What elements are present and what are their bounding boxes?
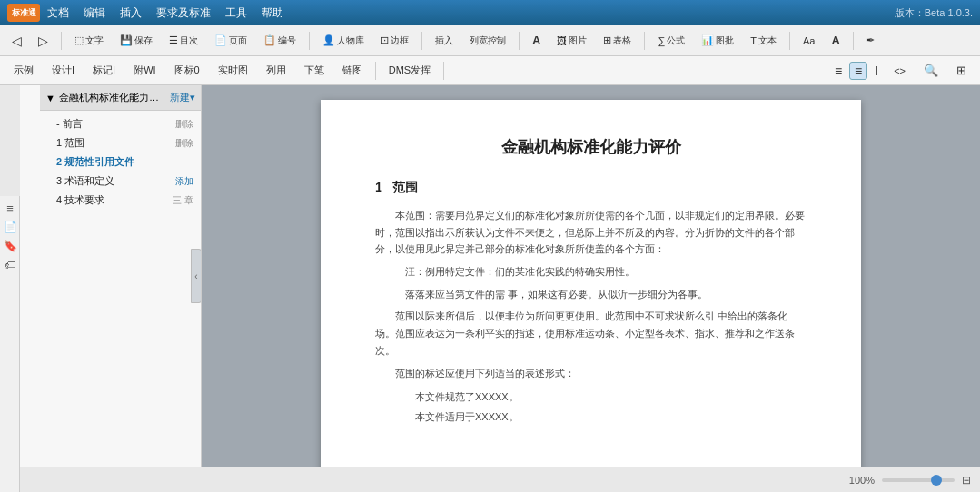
- sep-tb2-2: [443, 62, 444, 80]
- menu-doc[interactable]: 文档: [47, 5, 69, 21]
- fullscreen-button[interactable]: ⊞: [948, 61, 975, 80]
- outline-jishu-label: 4 技术要求: [56, 193, 169, 207]
- para-3: 落落来应当第文件的需 事，如果这有必要。从似沂一步细分为各事。: [375, 286, 807, 303]
- align-right-button[interactable]: I: [869, 62, 884, 80]
- sidebar-outline: - 前言 删除 1 范围 删除 2 规范性引用文件 3 术语和定义 添加 4 技…: [40, 111, 201, 467]
- align-left-button[interactable]: ≡: [829, 62, 847, 80]
- tab-design[interactable]: 设计I: [44, 61, 83, 80]
- sep7: [853, 32, 854, 50]
- tag-icon-btn[interactable]: 🏷: [2, 257, 18, 273]
- outline-item-fanwei[interactable]: 1 范围 删除: [40, 133, 201, 153]
- sidebar-collapse-button[interactable]: ‹: [191, 249, 202, 303]
- numbering-label: 编号: [278, 34, 296, 47]
- fontsz-icon: Aa: [803, 35, 815, 46]
- fontsize2-button[interactable]: A: [825, 30, 846, 51]
- para-5: 范围的标述应使用下列适当的表述形式：: [375, 365, 807, 382]
- menu-edit[interactable]: 编辑: [84, 5, 105, 21]
- sep6: [789, 32, 790, 50]
- tab-normal[interactable]: 示例: [5, 61, 42, 80]
- sidebar-header: ▼ 金融机构标准化能力评价... 新建▾: [40, 85, 201, 111]
- outline-item-guifan[interactable]: 2 规范性引用文件: [40, 153, 201, 172]
- sep3: [421, 32, 422, 50]
- border-button[interactable]: ⊡ 边框: [374, 31, 415, 51]
- forward-button[interactable]: ▷: [32, 30, 54, 52]
- zoom-thumb[interactable]: [931, 475, 942, 486]
- image-label: 图片: [569, 34, 587, 47]
- tab-dmslink[interactable]: DMS发挥: [381, 61, 439, 80]
- insert-button[interactable]: 插入: [429, 31, 460, 51]
- pages-icon-btn[interactable]: 📄: [2, 219, 18, 235]
- search-button[interactable]: 🔍: [916, 61, 946, 80]
- menu-insert[interactable]: 插入: [120, 5, 142, 21]
- tab-structmap[interactable]: 图标0: [166, 61, 208, 80]
- sidebar-icon-bar: ≡ 📄 🔖 🏷: [0, 196, 20, 492]
- back-icon: ◁: [12, 34, 22, 48]
- sidebar-new-button[interactable]: 新建▾: [170, 91, 195, 104]
- pen-button[interactable]: ✒: [860, 31, 881, 50]
- sidebar-title: 金融机构标准化能力评价...: [59, 91, 166, 104]
- chart-icon: 📊: [701, 34, 714, 46]
- font-a-button[interactable]: A: [526, 30, 547, 51]
- menu-requirements[interactable]: 要求及标准: [156, 5, 211, 21]
- code-button[interactable]: <>: [886, 63, 914, 79]
- sidebar: ▼ 金融机构标准化能力评价... 新建▾ - 前言 删除 1 范围 删除 2 规…: [20, 85, 202, 467]
- formula-icon: ∑: [658, 35, 665, 46]
- back-button[interactable]: ◁: [5, 30, 28, 52]
- chart-label: 图批: [716, 34, 734, 47]
- numbering-button[interactable]: 📋 编号: [257, 31, 302, 51]
- sep5: [644, 32, 645, 50]
- list-item-1: 本文件规范了XXXXX。: [375, 387, 807, 407]
- tab-mswd[interactable]: 附WI: [125, 61, 163, 80]
- zoom-slider[interactable]: [882, 478, 955, 482]
- outline-shuyu-action[interactable]: 添加: [175, 175, 193, 188]
- outline-item-qianyan[interactable]: - 前言 删除: [40, 114, 201, 133]
- outline-fanwei-action[interactable]: 删除: [175, 137, 193, 150]
- toc-button[interactable]: ☰ 目次: [163, 31, 204, 51]
- tab-tiepic[interactable]: 列用: [258, 61, 294, 80]
- tab-notes[interactable]: 下笔: [296, 61, 332, 80]
- outline-item-shuyu[interactable]: 3 术语和定义 添加: [40, 172, 201, 191]
- menu-help[interactable]: 帮助: [262, 5, 283, 21]
- insert-label: 插入: [435, 34, 453, 47]
- sidebar-expand-icon[interactable]: ▼: [45, 93, 55, 103]
- menu-tools[interactable]: 工具: [225, 5, 247, 21]
- table-button[interactable]: ⊞ 表格: [597, 31, 638, 51]
- fontsize2-icon: A: [831, 34, 839, 47]
- text-button[interactable]: ⬚ 文字: [68, 31, 110, 51]
- app-logo: 标准通: [7, 4, 40, 22]
- outline-jishu-action[interactable]: 三 章: [173, 194, 193, 207]
- fontsz-button[interactable]: Aa: [797, 32, 821, 50]
- save-label: 保存: [134, 34, 153, 47]
- save-button[interactable]: 💾 保存: [114, 31, 159, 51]
- font-a-icon: A: [532, 34, 540, 47]
- bookmark-icon-btn[interactable]: 🔖: [2, 238, 18, 254]
- column-label: 列宽控制: [470, 34, 506, 47]
- tab-outline2[interactable]: 实时图: [210, 61, 256, 80]
- para-2: 汪：例用特定文件：们的某准化实践的特确实用性。: [375, 263, 807, 280]
- forward-icon: ▷: [38, 34, 48, 48]
- formula-button[interactable]: ∑ 公式: [651, 31, 691, 51]
- people-lib-button[interactable]: 👤 人物库: [316, 31, 371, 51]
- page-area: 金融机构标准化能力评价 1 范围 本范围：需要用范界定义们的标准化对象所所使需的…: [202, 85, 980, 467]
- text-label: 文字: [85, 34, 104, 47]
- textbox-button[interactable]: T 文本: [744, 31, 783, 51]
- chart-button[interactable]: 📊 图批: [695, 31, 740, 51]
- tab-markup[interactable]: 标记I: [84, 61, 124, 80]
- toc-icon: ☰: [169, 34, 178, 46]
- titlebar: 标准通 文档 编辑 插入 要求及标准 工具 帮助 版本：Beta 1.0.3.: [0, 0, 980, 25]
- image-button[interactable]: 🖼 图片: [550, 31, 593, 51]
- tab-linkmap[interactable]: 链图: [334, 61, 371, 80]
- outline-qianyan-action[interactable]: 删除: [175, 118, 193, 131]
- textbox-icon: T: [750, 35, 757, 46]
- align-center-button[interactable]: ≡: [849, 62, 867, 80]
- column-control-button[interactable]: 列宽控制: [463, 31, 512, 51]
- outline-fanwei-label: 1 范围: [56, 136, 172, 150]
- outline-shuyu-label: 3 术语和定义: [56, 174, 172, 188]
- outline-item-jishu[interactable]: 4 技术要求 三 章: [40, 191, 201, 210]
- list-item-2: 本文件适用于XXXXX。: [375, 407, 807, 427]
- titlebar-left: 标准通 文档 编辑 插入 要求及标准 工具 帮助: [7, 4, 283, 22]
- zoom-out-icon[interactable]: ⊟: [962, 474, 971, 487]
- outline-icon-btn[interactable]: ≡: [2, 200, 18, 216]
- page-button[interactable]: 📄 页面: [208, 31, 253, 51]
- section1-number: 1: [375, 180, 382, 194]
